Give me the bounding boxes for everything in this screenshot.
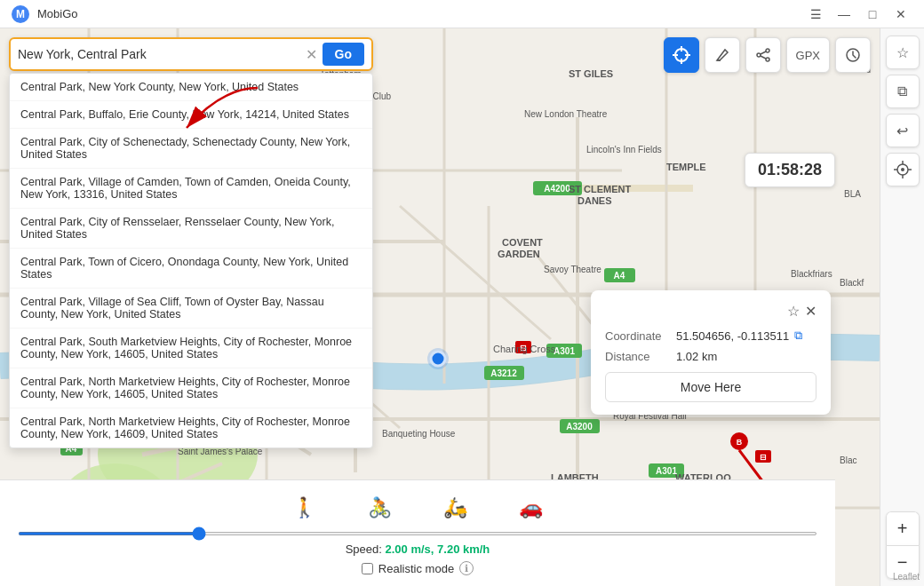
svg-text:New London Theatre: New London Theatre	[524, 109, 608, 119]
svg-text:COVENT: COVENT	[502, 237, 543, 248]
popup-header: ☆ ✕	[605, 303, 816, 320]
moped-mode-button[interactable]: 🛵	[440, 493, 471, 523]
svg-text:Lincoln's Inn Fields: Lincoln's Inn Fields	[586, 145, 662, 154]
coordinate-label: Coordinate	[605, 329, 676, 343]
distance-row: Distance 1.02 km	[605, 350, 816, 363]
close-button[interactable]: ✕	[888, 2, 913, 27]
location-info-popup: ☆ ✕ Coordinate 51.504656, -0.113511 ⧉ Di…	[591, 290, 831, 415]
right-locate-button[interactable]	[886, 153, 920, 186]
gpx-button[interactable]: GPX	[786, 37, 830, 73]
svg-text:BLA: BLA	[844, 189, 861, 199]
svg-text:ST CLEMENT: ST CLEMENT	[569, 184, 632, 194]
right-cards-button[interactable]: ⧉	[886, 75, 920, 108]
dropdown-item[interactable]: Central Park, Buffalo, Erie County, New …	[10, 101, 372, 129]
search-box: ✕ Go	[9, 37, 373, 71]
distance-value: 1.02 km	[676, 350, 717, 363]
svg-text:TEMPLE: TEMPLE	[666, 162, 706, 172]
speed-slider-row	[18, 532, 817, 535]
right-toolbar: ☆ ⧉ ↩ + − Leaflet	[880, 28, 924, 586]
app-logo: M	[11, 4, 30, 24]
svg-text:DANES: DANES	[578, 195, 612, 206]
svg-text:Charing Cross: Charing Cross	[493, 344, 556, 354]
svg-text:M: M	[16, 8, 25, 20]
svg-point-105	[757, 53, 761, 57]
walk-mode-button[interactable]: 🚶	[289, 493, 320, 523]
transport-mode-selector: 🚶 🚴 🛵 🚗	[18, 493, 817, 523]
share-button[interactable]	[745, 37, 781, 73]
map-toolbar: GPX	[664, 37, 871, 73]
speed-slider[interactable]	[18, 532, 817, 535]
search-dropdown: Central Park, New York County, New York,…	[9, 73, 373, 448]
speed-label: Speed:	[346, 542, 386, 556]
svg-text:A301: A301	[554, 346, 575, 356]
zoom-controls: + −	[886, 511, 920, 579]
dropdown-item[interactable]: Central Park, Village of Sea Cliff, Town…	[10, 289, 372, 329]
app-title: MobiGo	[37, 7, 78, 20]
car-mode-button[interactable]: 🚗	[515, 493, 546, 523]
leaflet-attribution: Leaflet	[893, 572, 920, 582]
bike-mode-button[interactable]: 🚴	[364, 493, 395, 523]
map-area[interactable]: A4200 A4 A301 A3212 A3200 A301 A302	[0, 28, 880, 586]
maximize-button[interactable]: □	[860, 2, 885, 27]
realistic-mode-checkbox[interactable]	[362, 563, 373, 574]
main-area: A4200 A4 A301 A3212 A3200 A301 A302	[0, 28, 924, 586]
history-button[interactable]	[835, 37, 871, 73]
titlebar: M MobiGo ☰ — □ ✕	[0, 0, 924, 28]
coordinate-row: Coordinate 51.504656, -0.113511 ⧉	[605, 329, 816, 343]
hamburger-button[interactable]: ☰	[803, 2, 828, 27]
dropdown-item[interactable]: Central Park, New York County, New York,…	[10, 74, 372, 101]
crosshair-button[interactable]	[664, 37, 699, 73]
popup-star-button[interactable]: ☆	[787, 303, 800, 320]
svg-text:ST GILES: ST GILES	[569, 68, 613, 79]
svg-text:A3200: A3200	[566, 422, 593, 432]
search-go-button[interactable]: Go	[323, 43, 364, 66]
svg-text:Blackfriars: Blackfriars	[791, 269, 832, 279]
distance-label: Distance	[605, 350, 676, 363]
search-input[interactable]	[18, 47, 306, 61]
svg-point-106	[766, 58, 769, 61]
bottom-transport-panel: 🚶 🚴 🛵 🚗 Speed: 2.00 m/s, 7.20 km/h Reali…	[0, 479, 835, 586]
svg-text:Savoy Theatre: Savoy Theatre	[544, 265, 601, 274]
right-star-button[interactable]: ☆	[886, 36, 920, 69]
svg-point-92	[427, 348, 449, 369]
svg-text:A3212: A3212	[490, 368, 517, 378]
coordinate-value: 51.504656, -0.113511 ⧉	[676, 329, 802, 343]
dropdown-item[interactable]: Central Park, Village of Camden, Town of…	[10, 169, 372, 209]
dropdown-item[interactable]: Central Park, City of Schenectady, Schen…	[10, 129, 372, 169]
timer-display: 01:58:28	[745, 153, 835, 187]
svg-text:Blac: Blac	[840, 455, 856, 465]
svg-text:GARDEN: GARDEN	[498, 249, 540, 259]
svg-text:Blackf: Blackf	[840, 278, 864, 288]
titlebar-left: M MobiGo	[11, 4, 78, 24]
realistic-mode-label: Realistic mode	[378, 562, 454, 575]
realistic-mode-info-icon[interactable]: ℹ	[459, 561, 474, 575]
speed-info: Speed: 2.00 m/s, 7.20 km/h	[18, 542, 817, 556]
dropdown-item[interactable]: Central Park, North Marketview Heights, …	[10, 368, 372, 408]
speed-value: 2.00 m/s, 7.20 km/h	[386, 542, 490, 556]
svg-text:Banqueting House: Banqueting House	[382, 429, 456, 439]
copy-coordinate-button[interactable]: ⧉	[794, 329, 802, 343]
dropdown-item[interactable]: Central Park, City of Rensselaer, Rensse…	[10, 209, 372, 249]
svg-point-104	[766, 49, 769, 52]
svg-text:A301: A301	[656, 466, 677, 476]
move-here-button[interactable]: Move Here	[605, 372, 816, 402]
svg-line-108	[761, 56, 766, 59]
window-controls: ☰ — □ ✕	[803, 2, 913, 27]
popup-close-button[interactable]: ✕	[805, 303, 816, 320]
minimize-button[interactable]: —	[832, 2, 856, 27]
svg-text:⊟: ⊟	[760, 453, 767, 462]
svg-text:B: B	[737, 438, 743, 447]
dropdown-item[interactable]: Central Park, South Marketview Heights, …	[10, 329, 372, 368]
svg-text:A4200: A4200	[544, 184, 570, 194]
svg-text:A4: A4	[614, 271, 625, 281]
dropdown-item[interactable]: Central Park, Town of Cicero, Onondaga C…	[10, 249, 372, 289]
dropdown-item[interactable]: Central Park, North Marketview Heights, …	[10, 408, 372, 447]
svg-point-112	[901, 168, 904, 171]
zoom-in-button[interactable]: +	[886, 511, 920, 545]
svg-line-107	[761, 51, 766, 54]
search-panel: ✕ Go Central Park, New York County, New …	[9, 37, 373, 448]
search-clear-button[interactable]: ✕	[306, 46, 317, 63]
realistic-mode-row: Realistic mode ℹ	[18, 561, 817, 575]
draw-button[interactable]	[705, 37, 740, 73]
right-undo-button[interactable]: ↩	[886, 114, 920, 147]
